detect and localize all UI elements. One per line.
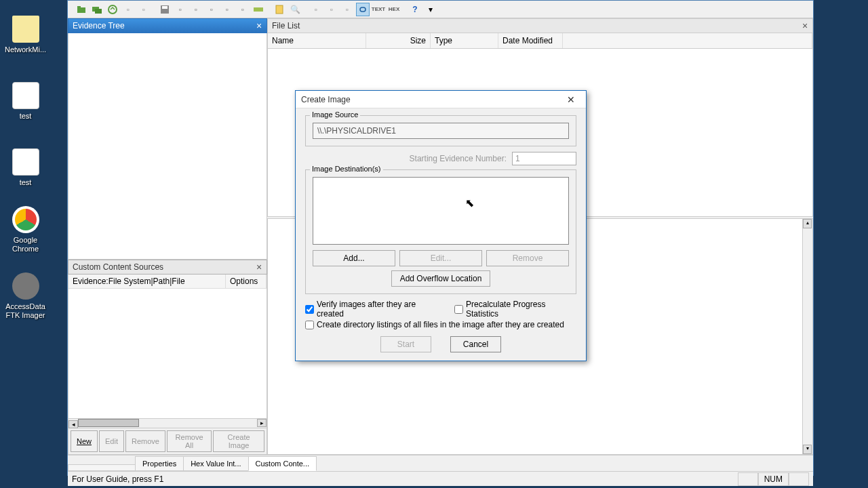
chrome-icon — [12, 206, 39, 233]
status-cell — [789, 472, 809, 486]
folder-icon — [12, 16, 39, 43]
tab-custom-content[interactable]: Custom Conte... — [248, 456, 317, 471]
tool-icon[interactable]: ▫ — [205, 3, 218, 16]
cancel-button[interactable]: Cancel — [450, 336, 501, 352]
capture-icon[interactable] — [106, 3, 119, 16]
remove-all-button: Remove All — [167, 430, 212, 452]
desktop-icon-ftk[interactable]: AccessData FTK Imager — [3, 266, 47, 320]
evidence-tree-title: Evidence Tree — [73, 21, 125, 30]
desktop-icon-test2[interactable]: test — [3, 133, 47, 187]
tool-icon[interactable]: ▫ — [137, 3, 151, 16]
close-icon[interactable]: × — [254, 262, 264, 272]
image-source-value: \\.\PHYSICALDRIVE1 — [313, 123, 569, 139]
tool-icon[interactable]: ▫ — [189, 3, 203, 16]
custom-content-header: Custom Content Sources × — [68, 260, 267, 274]
tool-icon[interactable]: ▫ — [309, 3, 323, 16]
svg-point-4 — [108, 5, 117, 14]
svg-rect-0 — [77, 7, 85, 13]
main-toolbar: ▫ ▫ ▫ ▫ ▫ ▫ ▫ 🔍 ▫ ▫ ▫ TEXT HEX ? ▾ — [68, 1, 813, 18]
custom-content-grid[interactable]: Evidence:File System|Path|File Options ◂… — [68, 274, 267, 428]
evidence-tree-header: Evidence Tree × — [68, 18, 267, 33]
scroll-left-icon[interactable]: ◂ — [68, 420, 78, 428]
new-button[interactable]: New — [71, 430, 98, 452]
image-source-fieldset: Image Source \\.\PHYSICALDRIVE1 — [305, 115, 576, 146]
link-icon[interactable] — [356, 3, 370, 16]
destination-list[interactable]: ⬉ — [313, 177, 569, 245]
dialog-title: Create Image — [301, 95, 351, 104]
ccs-col-options[interactable]: Options — [226, 274, 267, 288]
bottom-tabs: Properties Hex Value Int... Custom Conte… — [68, 455, 813, 471]
desktop-icon-test1[interactable]: test — [3, 66, 47, 121]
memory-icon[interactable] — [252, 3, 265, 16]
dirlist-checkbox[interactable]: Create directory listings of all files i… — [305, 320, 576, 329]
col-name[interactable]: Name — [268, 33, 366, 48]
file-list-title: File List — [272, 21, 300, 30]
add-overflow-button[interactable]: Add Overflow Location — [391, 270, 491, 287]
edit-button: Edit — [99, 430, 124, 452]
cursor-icon: ⬉ — [465, 197, 474, 209]
col-type[interactable]: Type — [431, 33, 498, 48]
add-all-icon[interactable] — [90, 3, 104, 16]
image-destination-fieldset: Image Destination(s) ⬉ Add... Edit... Re… — [305, 169, 576, 294]
tool-icon[interactable]: ▫ — [220, 3, 234, 16]
custom-content-title: Custom Content Sources — [73, 262, 163, 272]
create-image-button: Create Image — [213, 430, 264, 452]
desktop-icon-networkminer[interactable]: NetworkMi... — [3, 0, 47, 54]
dropdown-icon[interactable]: ▾ — [424, 3, 437, 16]
scroll-down-icon[interactable]: ▾ — [803, 445, 812, 454]
hex-view-icon[interactable]: HEX — [387, 3, 401, 16]
image-source-legend: Image Source — [310, 110, 360, 119]
close-icon[interactable]: ✕ — [561, 93, 580, 106]
status-num: NUM — [758, 472, 789, 486]
textfile-icon — [12, 148, 39, 176]
evidence-tree-pane[interactable] — [68, 33, 267, 260]
tool-icon[interactable]: ▫ — [325, 3, 338, 16]
precalc-checkbox[interactable]: Precalculate Progress Statistics — [454, 300, 576, 319]
remove-button: Remove — [486, 250, 569, 266]
add-button[interactable]: Add... — [313, 250, 395, 266]
file-list-header: File List × — [267, 18, 813, 33]
starting-evidence-input — [512, 152, 576, 165]
image-destination-legend: Image Destination(s) — [310, 165, 383, 173]
textfile-icon — [12, 82, 39, 109]
text-view-icon[interactable]: TEXT — [372, 3, 385, 16]
desktop-icon-chrome[interactable]: Google Chrome — [3, 199, 47, 253]
ftk-icon — [12, 272, 39, 300]
tab-properties[interactable]: Properties — [135, 456, 184, 471]
horizontal-scrollbar[interactable]: ◂ ▸ — [68, 418, 267, 428]
svg-rect-1 — [77, 6, 81, 8]
verify-checkbox[interactable]: Verify images after they are created — [305, 300, 441, 319]
col-size[interactable]: Size — [366, 33, 431, 48]
start-button: Start — [380, 336, 431, 352]
tool-icon[interactable]: ▫ — [121, 3, 135, 16]
svg-rect-3 — [95, 9, 102, 14]
add-evidence-icon[interactable] — [75, 3, 88, 16]
tool-icon[interactable]: ▫ — [174, 3, 187, 16]
find-icon[interactable]: 🔍 — [288, 3, 302, 16]
scroll-thumb[interactable] — [78, 419, 139, 427]
close-icon[interactable]: × — [800, 20, 810, 31]
svg-rect-7 — [254, 7, 263, 12]
vertical-scrollbar[interactable]: ▴ ▾ — [802, 219, 812, 454]
scroll-right-icon[interactable]: ▸ — [257, 419, 267, 427]
new-icon[interactable] — [273, 3, 286, 16]
tool-icon[interactable]: ▫ — [340, 3, 354, 16]
status-cell — [738, 472, 758, 486]
close-icon[interactable]: × — [254, 20, 264, 31]
svg-rect-6 — [162, 6, 167, 9]
status-hint: For User Guide, press F1 — [72, 474, 163, 484]
dialog-titlebar[interactable]: Create Image ✕ — [296, 91, 586, 108]
svg-rect-8 — [276, 5, 283, 14]
remove-button: Remove — [125, 430, 165, 452]
scroll-up-icon[interactable]: ▴ — [803, 219, 812, 228]
tool-icon[interactable]: ▫ — [236, 3, 250, 16]
status-bar: For User Guide, press F1 NUM — [68, 471, 813, 486]
starting-evidence-label: Starting Evidence Number: — [410, 154, 507, 163]
edit-button: Edit... — [399, 250, 482, 266]
create-image-dialog: Create Image ✕ Image Source \\.\PHYSICAL… — [295, 90, 587, 361]
help-icon[interactable]: ? — [408, 3, 422, 16]
tab-hex[interactable]: Hex Value Int... — [183, 456, 248, 471]
save-icon[interactable] — [158, 3, 172, 16]
ccs-col-path[interactable]: Evidence:File System|Path|File — [68, 274, 226, 288]
col-date[interactable]: Date Modified — [498, 33, 563, 48]
